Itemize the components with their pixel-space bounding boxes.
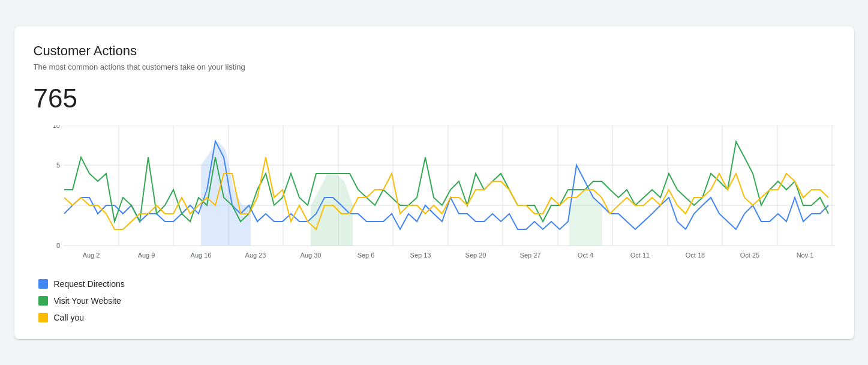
call-label: Call you [54, 313, 85, 322]
svg-text:Oct 11: Oct 11 [630, 252, 649, 259]
svg-text:10: 10 [52, 125, 59, 129]
chart-svg: 10 5 0 Aug 2 Aug 9 Aug 16 Aug 23 Aug 30 … [34, 125, 835, 270]
svg-text:Aug 16: Aug 16 [190, 252, 211, 259]
chart-area: 10 5 0 Aug 2 Aug 9 Aug 16 Aug 23 Aug 30 … [34, 125, 835, 270]
svg-text:Aug 30: Aug 30 [300, 252, 321, 259]
directions-color-swatch [38, 279, 48, 289]
svg-text:Nov 1: Nov 1 [796, 252, 813, 259]
customer-actions-card: Customer Actions The most common actions… [14, 26, 854, 339]
svg-text:Sep 27: Sep 27 [519, 252, 540, 259]
svg-text:Sep 13: Sep 13 [410, 252, 431, 259]
svg-text:Aug 9: Aug 9 [137, 252, 155, 259]
legend-item-directions: Request Directions [38, 279, 835, 289]
svg-text:Oct 25: Oct 25 [740, 252, 759, 259]
legend-item-call: Call you [38, 313, 835, 322]
legend-item-website: Visit Your Website [38, 296, 835, 306]
svg-text:Aug 23: Aug 23 [245, 252, 266, 259]
website-label: Visit Your Website [54, 296, 121, 306]
svg-text:5: 5 [56, 161, 59, 169]
svg-text:Sep 20: Sep 20 [465, 252, 486, 259]
card-subtitle: The most common actions that customers t… [34, 62, 835, 71]
svg-rect-0 [64, 125, 835, 246]
svg-text:Oct 4: Oct 4 [577, 252, 593, 259]
card-title: Customer Actions [34, 43, 835, 59]
svg-text:Aug 2: Aug 2 [82, 252, 100, 259]
chart-legend: Request Directions Visit Your Website Ca… [34, 279, 835, 322]
total-count: 765 [34, 83, 835, 113]
svg-text:Sep 6: Sep 6 [357, 252, 374, 259]
website-color-swatch [38, 296, 48, 306]
svg-marker-37 [311, 173, 353, 246]
directions-label: Request Directions [54, 279, 125, 289]
svg-text:Oct 18: Oct 18 [685, 252, 704, 259]
svg-marker-36 [201, 141, 251, 246]
call-color-swatch [38, 313, 48, 322]
svg-text:0: 0 [56, 242, 59, 249]
